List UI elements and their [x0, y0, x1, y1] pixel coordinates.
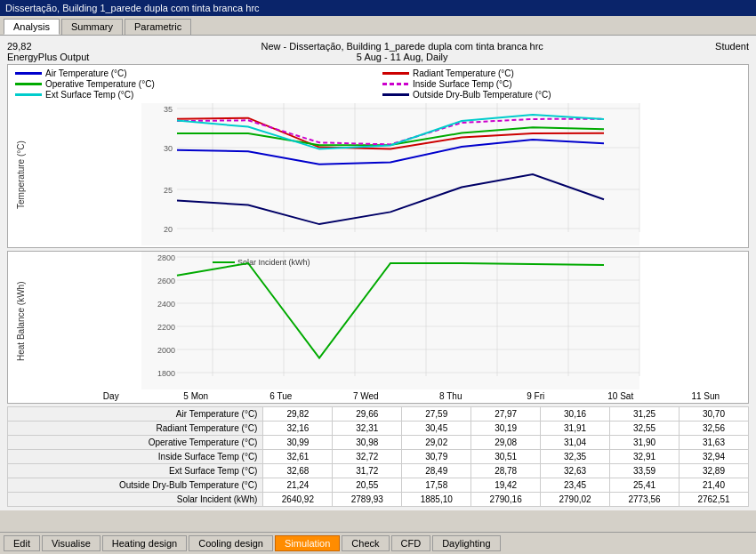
svg-text:35: 35 — [164, 105, 173, 114]
heat-y-axis-label: Heat Balance (kWh) — [8, 252, 33, 391]
table-row-label-1: Radiant Temperature (°C) — [8, 422, 263, 436]
table-cell-2-0: 30,99 — [263, 436, 333, 450]
legend-outside-drybulb-label: Outside Dry-Bulb Temperature (°C) — [413, 90, 551, 100]
table-cell-0-2: 27,59 — [402, 407, 471, 422]
table-cell-4-0: 32,68 — [263, 464, 333, 478]
edit-button[interactable]: Edit — [4, 535, 40, 551]
svg-text:2800: 2800 — [157, 253, 175, 262]
temp-chart-svg: 35 30 25 20 — [33, 103, 748, 245]
table-cell-1-4: 31,91 — [541, 422, 610, 436]
table-cell-0-1: 29,66 — [333, 407, 402, 422]
cooling-design-button[interactable]: Cooling design — [189, 535, 273, 551]
x-axis-labels: Day 5 Mon 6 Tue 7 Wed 8 Thu 9 Fri 10 Sat… — [8, 391, 748, 403]
visualise-button[interactable]: Visualise — [42, 535, 101, 551]
svg-text:2600: 2600 — [157, 277, 175, 285]
legend-radiant-temp-label: Radiant Temperature (°C) — [413, 68, 514, 78]
table-cell-6-5: 2773,56 — [610, 493, 680, 507]
legend-inside-surface: Inside Surface Temp (°C) — [382, 79, 741, 89]
legend-air-temp-line — [15, 72, 42, 75]
user-label: Student — [715, 41, 749, 52]
legend-air-temp: Air Temperature (°C) — [15, 68, 374, 78]
heat-chart-area: 2800 2600 2400 2200 2000 1800 Solar Inci… — [33, 252, 748, 391]
table-cell-5-3: 19,42 — [471, 478, 541, 493]
title-text: Dissertação, Building 1_parede dupla com… — [5, 3, 260, 13]
legend-outside-drybulb-line — [382, 93, 409, 96]
check-button[interactable]: Check — [342, 535, 389, 551]
table-cell-1-6: 32,56 — [679, 422, 748, 436]
svg-text:20: 20 — [164, 225, 173, 234]
chart-legend: Air Temperature (°C) Radiant Temperature… — [8, 65, 748, 103]
legend-ext-surface-line — [15, 93, 42, 96]
table-cell-5-6: 21,40 — [679, 478, 748, 493]
svg-rect-16 — [141, 252, 639, 389]
table-cell-5-0: 21,24 — [263, 478, 333, 493]
table-cell-3-5: 32,91 — [610, 450, 680, 464]
x-label-11sun: 11 Sun — [664, 391, 749, 401]
legend-inside-surface-label: Inside Surface Temp (°C) — [413, 79, 512, 89]
table-cell-0-3: 27,97 — [471, 407, 541, 422]
x-label-9fri: 9 Fri — [494, 391, 579, 401]
header-center: New - Dissertação, Building 1_parede dup… — [261, 41, 543, 62]
svg-text:30: 30 — [164, 144, 173, 153]
table-cell-0-4: 30,16 — [541, 407, 610, 422]
table-cell-6-2: 1885,10 — [402, 493, 471, 507]
heating-design-button[interactable]: Heating design — [102, 535, 187, 551]
tab-analysis[interactable]: Analysis — [4, 19, 60, 35]
legend-inside-surface-line — [382, 83, 409, 85]
table-cell-2-4: 31,04 — [541, 436, 610, 450]
table-cell-2-2: 29,02 — [402, 436, 471, 450]
temp-chart-area: 35 30 25 20 — [33, 103, 748, 247]
daylighting-button[interactable]: Daylighting — [432, 535, 500, 551]
table-cell-4-4: 32,63 — [541, 464, 610, 478]
heat-chart-svg: 2800 2600 2400 2200 2000 1800 Solar Inci… — [33, 252, 748, 389]
bottom-toolbar: Edit Visualise Heating design Cooling de… — [0, 532, 756, 554]
svg-text:25: 25 — [164, 186, 173, 195]
table-cell-6-3: 2790,16 — [471, 493, 541, 507]
x-label-10sat: 10 Sat — [578, 391, 664, 401]
table-row-label-3: Inside Surface Temp (°C) — [8, 450, 263, 464]
header-left: 29,82 EnergyPlus Output — [7, 41, 89, 62]
simulation-button[interactable]: Simulation — [275, 535, 340, 551]
table-cell-5-4: 23,45 — [541, 478, 610, 493]
table-cell-3-2: 30,79 — [402, 450, 471, 464]
legend-radiant-temp-line — [382, 72, 409, 75]
table-cell-4-2: 28,49 — [402, 464, 471, 478]
table-cell-2-3: 29,08 — [471, 436, 541, 450]
legend-ext-surface-label: Ext Surface Temp (°C) — [45, 90, 133, 100]
x-label-7wed: 7 Wed — [324, 391, 409, 401]
svg-text:2200: 2200 — [157, 323, 175, 332]
table-row-label-5: Outside Dry-Bulb Temperature (°C) — [8, 478, 263, 493]
date-range: 5 Aug - 11 Aug, Daily — [261, 52, 543, 62]
table-cell-4-5: 33,59 — [610, 464, 680, 478]
table-cell-2-1: 30,98 — [333, 436, 402, 450]
x-label-8thu: 8 Thu — [408, 391, 494, 401]
x-label-6tue: 6 Tue — [238, 391, 324, 401]
header-right: Student — [715, 41, 749, 52]
energy-value: 29,82 — [7, 41, 89, 52]
cfd-button[interactable]: CFD — [391, 535, 431, 551]
table-cell-3-4: 32,35 — [541, 450, 610, 464]
table-cell-3-3: 30,51 — [471, 450, 541, 464]
table-cell-5-1: 20,55 — [333, 478, 402, 493]
table-cell-4-3: 28,78 — [471, 464, 541, 478]
table-cell-0-6: 30,70 — [679, 407, 748, 422]
table-cell-2-6: 31,63 — [679, 436, 748, 450]
table-cell-4-6: 32,89 — [679, 464, 748, 478]
output-label: EnergyPlus Output — [7, 52, 89, 62]
tab-summary[interactable]: Summary — [61, 19, 123, 35]
table-cell-5-2: 17,58 — [402, 478, 471, 493]
table-row-label-0: Air Temperature (°C) — [8, 407, 263, 422]
table-cell-6-1: 2789,93 — [333, 493, 402, 507]
table-cell-1-0: 32,16 — [263, 422, 333, 436]
data-table-container: Air Temperature (°C)29,8229,6627,5927,97… — [7, 406, 749, 507]
table-cell-2-5: 31,90 — [610, 436, 680, 450]
legend-radiant-temp: Radiant Temperature (°C) — [382, 68, 741, 78]
table-cell-6-4: 2790,02 — [541, 493, 610, 507]
svg-text:2000: 2000 — [157, 346, 175, 355]
legend-operative-temp-label: Operative Temperature (°C) — [45, 79, 155, 89]
table-cell-1-3: 30,19 — [471, 422, 541, 436]
legend-ext-surface: Ext Surface Temp (°C) — [15, 90, 374, 100]
main-content: 29,82 EnergyPlus Output New - Dissertaçã… — [0, 36, 756, 510]
svg-text:1800: 1800 — [157, 369, 175, 378]
tab-parametric[interactable]: Parametric — [125, 19, 191, 35]
